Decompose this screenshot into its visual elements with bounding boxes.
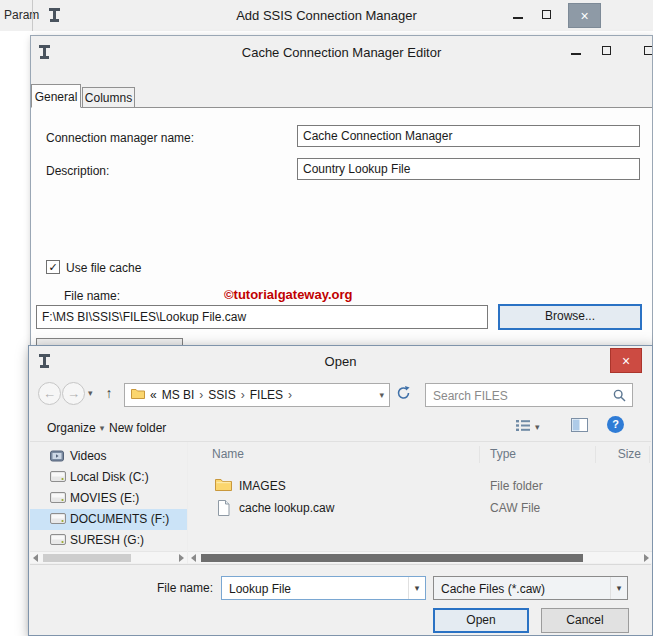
breadcrumb-separator[interactable]: ›: [241, 388, 245, 402]
minimize-button[interactable]: [564, 43, 588, 61]
breadcrumb-overflow[interactable]: «: [150, 388, 157, 402]
close-icon: [644, 46, 653, 55]
file-icon: [217, 500, 230, 519]
tab-columns[interactable]: Columns: [82, 87, 135, 108]
chevron-down-icon[interactable]: ▾: [610, 577, 627, 599]
open-dialog-footer: File name: Lookup File ▾ Cache Files (*.…: [30, 564, 651, 634]
column-header-type[interactable]: Type: [490, 447, 516, 461]
scroll-left-icon[interactable]: [191, 554, 196, 562]
address-history-chevron-icon[interactable]: ▾: [379, 390, 384, 400]
titlebar-add-ssis-connection-manager: Param Add SSIS Connection Manager ×: [0, 0, 653, 31]
location-folder-icon: [131, 388, 145, 402]
description-input[interactable]: Country Lookup File: [297, 158, 640, 180]
nav-item-label: DOCUMENTS (F:): [70, 512, 169, 526]
toolbar-separator: [30, 441, 651, 442]
file-type: File folder: [490, 479, 543, 493]
file-list-scroll-thumb[interactable]: [201, 554, 583, 562]
open-button[interactable]: Open: [433, 608, 529, 633]
column-separator[interactable]: [649, 446, 650, 463]
help-icon: ?: [612, 418, 619, 430]
window-title-cache-editor: Cache Connection Manager Editor: [31, 45, 652, 60]
refresh-button[interactable]: [396, 386, 414, 404]
maximize-button[interactable]: [534, 6, 558, 26]
organize-button[interactable]: Organize ▾: [47, 418, 104, 438]
check-icon: ✓: [48, 261, 57, 273]
screenshot-root: Param Add SSIS Connection Manager × Cach…: [0, 0, 653, 636]
nav-item-suresh-g[interactable]: SURESH (G:): [30, 530, 187, 551]
close-icon: ×: [622, 353, 630, 369]
up-icon: ↑: [106, 385, 113, 401]
column-separator[interactable]: [595, 446, 596, 463]
nav-pane-hscrollbar[interactable]: [30, 551, 187, 563]
change-view-button[interactable]: ▾: [515, 417, 540, 437]
new-folder-label: New folder: [109, 421, 166, 435]
folder-icon: [215, 478, 232, 494]
maximize-icon: [542, 10, 551, 19]
file-name-value: Lookup File: [229, 582, 291, 596]
file-name-label: File name:: [125, 581, 213, 595]
forward-button[interactable]: →: [62, 382, 85, 405]
breadcrumb-item-ssis[interactable]: SSIS: [208, 388, 235, 402]
nav-item-local-disk-c[interactable]: Local Disk (C:): [30, 467, 187, 488]
maximize-icon: [602, 46, 611, 55]
new-folder-button[interactable]: New folder: [109, 418, 166, 438]
close-button[interactable]: ×: [610, 348, 642, 373]
window-title-open: Open: [29, 354, 652, 369]
tab-general[interactable]: General: [31, 84, 81, 108]
nav-item-label: Videos: [70, 449, 106, 463]
minimize-button[interactable]: [506, 6, 530, 26]
search-box[interactable]: Search FILES: [425, 383, 633, 407]
nav-item-videos[interactable]: Videos: [30, 446, 187, 467]
list-view-icon: [515, 419, 531, 435]
scroll-right-icon[interactable]: [179, 554, 184, 562]
help-button[interactable]: ?: [607, 416, 624, 433]
breadcrumb-separator[interactable]: ›: [199, 388, 203, 402]
preview-pane-button[interactable]: [571, 416, 588, 436]
nav-item-label: MOVIES (E:): [70, 491, 139, 505]
file-type-combo[interactable]: Cache Files (*.caw) ▾: [433, 576, 628, 600]
close-button[interactable]: ×: [568, 3, 601, 28]
chevron-down-icon: ▾: [100, 423, 105, 433]
connection-name-input[interactable]: Cache Connection Manager: [297, 125, 640, 147]
titlebar-cache-editor: Cache Connection Manager Editor: [31, 36, 652, 69]
close-button[interactable]: [636, 43, 652, 61]
dialog-open: Open × ← → ▾ ↑ « MS BI › SSIS › FILES › …: [28, 345, 653, 636]
column-header-size[interactable]: Size: [593, 447, 641, 461]
breadcrumb-separator[interactable]: ›: [288, 388, 292, 402]
file-name-combo[interactable]: Lookup File ▾: [221, 576, 426, 600]
maximize-button[interactable]: [594, 43, 618, 61]
file-row-cache-lookup[interactable]: cache lookup.caw CAW File: [188, 498, 650, 520]
organize-label: Organize: [47, 421, 96, 435]
file-list-hscrollbar[interactable]: [188, 551, 652, 563]
search-icon[interactable]: [613, 389, 626, 405]
file-path-input[interactable]: F:\MS BI\SSIS\FILES\Lookup File.caw: [36, 305, 488, 329]
minimize-icon: [513, 17, 523, 19]
scroll-left-icon[interactable]: [33, 554, 38, 562]
file-name-label: File name:: [64, 289, 120, 303]
file-row-images[interactable]: IMAGES File folder: [188, 476, 650, 498]
back-icon: ←: [43, 386, 56, 401]
chevron-down-icon[interactable]: ▾: [408, 577, 425, 599]
back-button[interactable]: ←: [38, 382, 61, 405]
file-type: CAW File: [490, 501, 540, 515]
breadcrumb-item-msbi[interactable]: MS BI: [162, 388, 195, 402]
nav-item-movies-e[interactable]: MOVIES (E:): [30, 488, 187, 509]
videos-icon: [50, 450, 64, 465]
forward-icon: →: [67, 386, 80, 401]
column-separator[interactable]: [479, 446, 480, 463]
up-button[interactable]: ↑: [98, 383, 120, 405]
browse-button[interactable]: Browse...: [498, 304, 642, 330]
cancel-button[interactable]: Cancel: [541, 608, 629, 633]
drive-icon: [50, 534, 66, 548]
close-icon: ×: [580, 8, 588, 24]
scroll-right-icon[interactable]: [644, 554, 649, 562]
recent-locations-chevron-icon[interactable]: ▾: [88, 388, 93, 398]
nav-pane-scroll-thumb[interactable]: [43, 554, 131, 562]
search-placeholder: Search FILES: [433, 389, 508, 403]
breadcrumb-item-files[interactable]: FILES: [250, 388, 283, 402]
use-file-cache-checkbox[interactable]: ✓: [46, 260, 60, 274]
column-header-name[interactable]: Name: [212, 447, 244, 461]
address-bar[interactable]: « MS BI › SSIS › FILES › ▾: [124, 383, 390, 407]
nav-item-documents-f[interactable]: DOCUMENTS (F:): [30, 509, 187, 530]
preview-pane-icon: [571, 418, 588, 435]
